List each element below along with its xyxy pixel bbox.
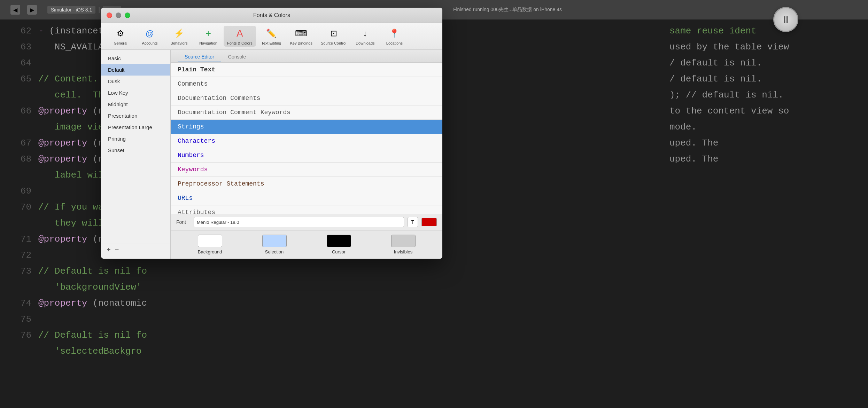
text-editing-icon: ✏️ xyxy=(265,27,278,40)
add-theme-button[interactable]: + xyxy=(107,246,111,253)
toolbar-downloads[interactable]: ↓ Downloads xyxy=(351,26,379,47)
code-line: 74 @property (nonatomic xyxy=(10,295,858,311)
color-item-doc-comments[interactable]: Documentation Comments xyxy=(171,91,442,105)
code-line: 75 xyxy=(10,311,858,327)
background-label: Background xyxy=(198,249,222,254)
behaviors-label: Behaviors xyxy=(171,41,188,45)
cursor-button[interactable]: Cursor xyxy=(327,235,351,254)
locations-label: Locations xyxy=(386,41,403,45)
traffic-lights xyxy=(107,13,130,18)
color-item-keywords[interactable]: Keywords xyxy=(171,163,442,177)
selection-label: Selection xyxy=(265,249,284,254)
color-item-strings[interactable]: Strings xyxy=(171,120,442,134)
source-control-label: Source Control xyxy=(321,41,346,45)
theme-low-key[interactable]: Low Key xyxy=(101,87,170,99)
window-titlebar: Fonts & Colors xyxy=(101,8,442,23)
right-code: same reuse ident used by the table view … xyxy=(659,19,868,171)
content-area: Basic Default Dusk Low Key Midnight Pres… xyxy=(101,50,442,259)
key-bindings-icon: ⌨ xyxy=(295,27,308,40)
color-item-characters[interactable]: Characters xyxy=(171,134,442,148)
back-btn[interactable]: ◀ xyxy=(10,5,20,15)
downloads-label: Downloads xyxy=(356,41,374,45)
toolbar-accounts[interactable]: @ Accounts xyxy=(136,26,164,47)
tab-bar: Source Editor Console xyxy=(171,50,442,63)
color-item-preprocessor[interactable]: Preprocessor Statements xyxy=(171,177,442,191)
accounts-icon: @ xyxy=(144,27,156,40)
separator: | xyxy=(98,6,100,14)
code-line: 73 // Default is nil fo xyxy=(10,263,858,279)
bottom-buttons: Background Selection Cursor Invisibles xyxy=(171,230,442,259)
remove-theme-button[interactable]: − xyxy=(115,246,119,253)
selection-button[interactable]: Selection xyxy=(262,235,287,254)
toolbar-navigation[interactable]: + Navigation xyxy=(194,26,222,47)
code-line: 'selectedBackgro xyxy=(10,343,858,359)
code-line: 'backgroundView' xyxy=(10,279,858,295)
pause-button[interactable]: ⏸ xyxy=(773,7,798,32)
color-item-doc-keywords[interactable]: Documentation Comment Keywords xyxy=(171,105,442,120)
theme-presentation[interactable]: Presentation xyxy=(101,110,170,121)
theme-midnight[interactable]: Midnight xyxy=(101,99,170,110)
invisibles-button[interactable]: Invisibles xyxy=(391,235,416,254)
cursor-label: Cursor xyxy=(332,249,346,254)
navigation-icon: + xyxy=(202,27,215,40)
invisibles-swatch xyxy=(391,235,416,247)
toolbar-fonts-colors[interactable]: A Fonts & Colors xyxy=(224,26,256,47)
theme-default[interactable]: Default xyxy=(101,64,170,76)
behaviors-icon: ⚡ xyxy=(173,27,185,40)
tab-console[interactable]: Console xyxy=(221,52,253,62)
theme-basic[interactable]: Basic xyxy=(101,53,170,64)
toolbar-behaviors[interactable]: ⚡ Behaviors xyxy=(165,26,193,47)
source-control-icon: ⊡ xyxy=(327,27,340,40)
zoom-button[interactable] xyxy=(125,13,130,18)
color-item-plain-text[interactable]: Plain Text xyxy=(171,63,442,77)
tab-source-editor[interactable]: Source Editor xyxy=(178,52,221,62)
themes-sidebar: Basic Default Dusk Low Key Midnight Pres… xyxy=(101,50,171,259)
font-bar: Font Menlo Regular - 18.0 T xyxy=(171,214,442,230)
code-line: 76 // Default is nil fo xyxy=(10,327,858,343)
simulator-badge: Simulator - iOS 8.1 xyxy=(47,6,95,14)
toolbar-general[interactable]: ⚙ General xyxy=(107,26,134,47)
key-bindings-label: Key Bindings xyxy=(290,41,312,45)
font-label: Font xyxy=(176,219,190,225)
general-icon: ⚙ xyxy=(114,27,127,40)
close-button[interactable] xyxy=(107,13,112,18)
downloads-icon: ↓ xyxy=(359,27,371,40)
color-item-attributes[interactable]: Attributes xyxy=(171,205,442,214)
color-item-comments[interactable]: Comments xyxy=(171,77,442,91)
general-label: General xyxy=(114,41,127,45)
window-title: Fonts & Colors xyxy=(253,12,290,18)
font-type-button[interactable]: T xyxy=(408,217,418,227)
text-editing-label: Text Editing xyxy=(261,41,281,45)
forward-btn[interactable]: ▶ xyxy=(27,5,37,15)
locations-icon: 📍 xyxy=(388,27,401,40)
sidebar-footer: + − xyxy=(101,243,170,256)
cursor-swatch xyxy=(327,235,351,247)
selection-swatch xyxy=(262,235,287,247)
fonts-colors-label: Fonts & Colors xyxy=(227,41,253,45)
background-button[interactable]: Background xyxy=(198,235,222,254)
toolbar-locations[interactable]: 📍 Locations xyxy=(380,26,408,47)
color-list[interactable]: Plain Text Comments Documentation Commen… xyxy=(171,63,442,214)
preferences-toolbar: ⚙ General @ Accounts ⚡ Behaviors + Navig… xyxy=(101,23,442,50)
theme-printing[interactable]: Printing xyxy=(101,133,170,144)
toolbar-text-editing[interactable]: ✏️ Text Editing xyxy=(257,26,285,47)
main-panel: Source Editor Console Plain Text Comment… xyxy=(171,50,442,259)
color-item-numbers[interactable]: Numbers xyxy=(171,148,442,163)
fonts-colors-icon: A xyxy=(233,27,246,40)
navigation-label: Navigation xyxy=(199,41,217,45)
font-field[interactable]: Menlo Regular - 18.0 xyxy=(194,217,404,227)
theme-sunset[interactable]: Sunset xyxy=(101,144,170,156)
color-swatch[interactable] xyxy=(421,218,437,226)
toolbar-key-bindings[interactable]: ⌨ Key Bindings xyxy=(287,26,316,47)
theme-presentation-large[interactable]: Presentation Large xyxy=(101,121,170,133)
theme-dusk[interactable]: Dusk xyxy=(101,76,170,87)
background-swatch xyxy=(198,235,222,247)
accounts-label: Accounts xyxy=(142,41,157,45)
toolbar-source-control[interactable]: ⊡ Source Control xyxy=(317,26,350,47)
color-item-urls[interactable]: URLs xyxy=(171,191,442,205)
minimize-button[interactable] xyxy=(116,13,121,18)
fonts-colors-window: Fonts & Colors ⚙ General @ Accounts ⚡ Be… xyxy=(101,8,442,259)
invisibles-label: Invisibles xyxy=(394,249,412,254)
